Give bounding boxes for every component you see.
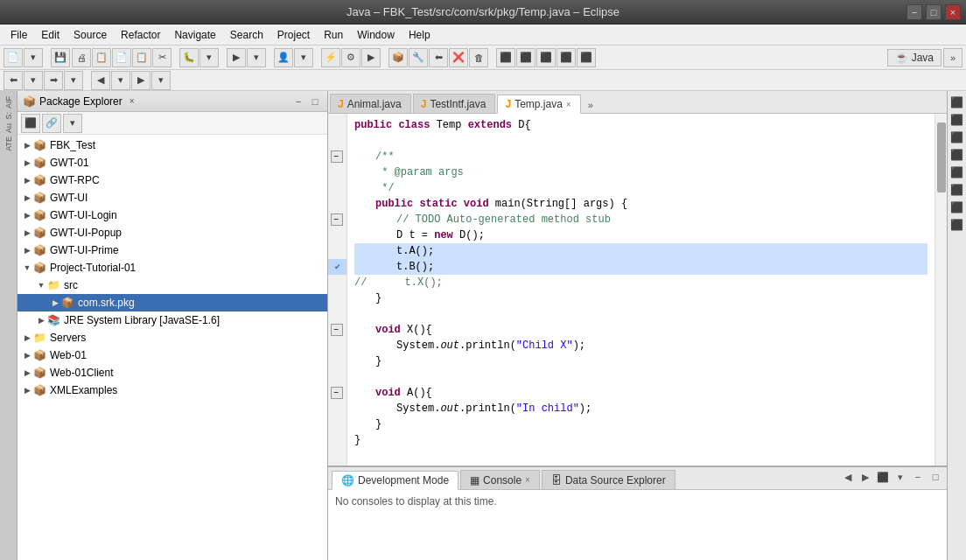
prev-annotation[interactable]: ⬅ bbox=[4, 71, 23, 90]
rs-btn-7[interactable]: ⬛ bbox=[949, 200, 965, 215]
copy-button[interactable]: 📄 bbox=[112, 48, 131, 67]
tree-item-gwtuiprime[interactable]: ▶ 📦 GWT-UI-Prime bbox=[18, 242, 327, 259]
tree-item-fbk[interactable]: ▶ 📦 FBK_Test bbox=[18, 136, 327, 154]
new-button[interactable]: 📄 bbox=[4, 48, 23, 67]
profile-button[interactable]: 👤 bbox=[274, 48, 293, 67]
tree-item-gwtui[interactable]: ▶ 📦 GWT-UI bbox=[18, 189, 327, 206]
tree-item-web01client[interactable]: ▶ 📦 Web-01Client bbox=[18, 364, 327, 382]
rs-btn-6[interactable]: ⬛ bbox=[949, 182, 965, 198]
menu-navigate[interactable]: Navigate bbox=[167, 27, 222, 43]
menu-window[interactable]: Window bbox=[350, 27, 402, 43]
rs-btn-1[interactable]: ⬛ bbox=[949, 94, 965, 110]
tb-btn-h[interactable]: 🗑 bbox=[469, 48, 488, 67]
tree-item-gwtuilogin[interactable]: ▶ 📦 GWT-UI-Login bbox=[18, 206, 327, 224]
scroll-thumb-v[interactable] bbox=[937, 122, 946, 192]
rs-btn-4[interactable]: ⬛ bbox=[949, 147, 965, 163]
rs-btn-3[interactable]: ⬛ bbox=[949, 130, 965, 145]
tree-item-gwt01[interactable]: ▶ 📦 GWT-01 bbox=[18, 154, 327, 172]
next-annotation[interactable]: ➡ bbox=[44, 71, 63, 90]
tb-btn-g[interactable]: ❌ bbox=[449, 48, 468, 67]
tree-item-web01[interactable]: ▶ 📦 Web-01 bbox=[18, 346, 327, 364]
menu-search[interactable]: Search bbox=[223, 27, 270, 43]
pe-collapse-all[interactable]: ⬛ bbox=[21, 114, 40, 133]
debug-button[interactable]: 🐛 bbox=[179, 48, 199, 67]
tb-btn-i[interactable]: ⬛ bbox=[496, 48, 515, 67]
tab-datasource[interactable]: 🗄 Data Source Explorer bbox=[542, 470, 676, 489]
tab-close-temp[interactable]: × bbox=[566, 100, 571, 109]
tab-testintf[interactable]: J TestIntf.java bbox=[413, 94, 496, 113]
tb-btn-j[interactable]: ⬛ bbox=[516, 48, 536, 67]
pe-close-x[interactable]: × bbox=[130, 96, 135, 106]
new-dropdown[interactable]: ▾ bbox=[24, 48, 43, 67]
tb-btn-a[interactable]: ⚡ bbox=[321, 48, 340, 67]
back-button[interactable]: ◀ bbox=[91, 71, 110, 90]
forward-button[interactable]: ▶ bbox=[131, 71, 150, 90]
close-button[interactable]: × bbox=[945, 4, 961, 20]
tb-btn-d[interactable]: 📦 bbox=[388, 48, 408, 67]
tb-btn-l[interactable]: ⬛ bbox=[556, 48, 576, 67]
profile-dropdown[interactable]: ▾ bbox=[294, 48, 313, 67]
tree-item-servers[interactable]: ▶ 📁 Servers bbox=[18, 329, 327, 346]
bt-minimize[interactable]: − bbox=[910, 469, 926, 485]
pe-link-editor[interactable]: 🔗 bbox=[42, 114, 61, 133]
tree-item-gwtuipopup[interactable]: ▶ 📦 GWT-UI-Popup bbox=[18, 224, 327, 242]
menu-file[interactable]: File bbox=[4, 27, 34, 43]
tree-item-xmlex[interactable]: ▶ 📦 XMLExamples bbox=[18, 382, 327, 399]
menu-refactor[interactable]: Refactor bbox=[114, 27, 167, 43]
save-button[interactable]: 💾 bbox=[51, 48, 70, 67]
rs-btn-2[interactable]: ⬛ bbox=[949, 112, 965, 128]
tree-item-gwtrpc[interactable]: ▶ 📦 GWT-RPC bbox=[18, 172, 327, 189]
perspective-overflow[interactable]: » bbox=[943, 48, 962, 67]
tb-btn-f[interactable]: ⬅ bbox=[429, 48, 448, 67]
menu-run[interactable]: Run bbox=[317, 27, 350, 43]
tb-btn-e[interactable]: 🔧 bbox=[409, 48, 428, 67]
prev-ann-dropdown[interactable]: ▾ bbox=[24, 71, 43, 90]
bt-stop[interactable]: ⬛ bbox=[875, 469, 891, 485]
menu-help[interactable]: Help bbox=[402, 27, 438, 43]
tab-devmode[interactable]: 🌐 Development Mode bbox=[332, 471, 458, 490]
print2-button[interactable]: 📋 bbox=[92, 48, 111, 67]
paste-button[interactable]: 📋 bbox=[132, 48, 151, 67]
next-ann-dropdown[interactable]: ▾ bbox=[64, 71, 83, 90]
forward-dropdown[interactable]: ▾ bbox=[151, 71, 171, 90]
tree-item-pkg[interactable]: ▶ 📦 com.srk.pkg bbox=[18, 294, 327, 312]
print-button[interactable]: 🖨 bbox=[72, 48, 91, 67]
tab-temp[interactable]: J Temp.java × bbox=[497, 94, 580, 114]
tb-btn-m[interactable]: ⬛ bbox=[577, 48, 596, 67]
tab-label-devmode: Development Mode bbox=[358, 474, 449, 486]
minimize-button[interactable]: − bbox=[906, 4, 922, 20]
tab-console[interactable]: ▦ Console × bbox=[460, 470, 540, 489]
tree-item-projtut[interactable]: ▼ 📦 Project-Tutorial-01 bbox=[18, 259, 327, 276]
maximize-button[interactable]: □ bbox=[926, 4, 942, 20]
tree-item-src[interactable]: ▼ 📁 src bbox=[18, 276, 327, 294]
debug-dropdown[interactable]: ▾ bbox=[200, 48, 219, 67]
fold-a[interactable]: − bbox=[331, 387, 343, 399]
bt-dropdown[interactable]: ▾ bbox=[892, 469, 908, 485]
run-dropdown[interactable]: ▾ bbox=[247, 48, 266, 67]
fold-class[interactable]: − bbox=[331, 150, 343, 163]
menu-project[interactable]: Project bbox=[270, 27, 317, 43]
bt-nav-prev[interactable]: ◀ bbox=[840, 469, 856, 485]
menu-edit[interactable]: Edit bbox=[34, 27, 66, 43]
rs-btn-5[interactable]: ⬛ bbox=[949, 164, 965, 180]
tb-btn-k[interactable]: ⬛ bbox=[536, 48, 556, 67]
back-dropdown[interactable]: ▾ bbox=[111, 71, 130, 90]
java-perspective-button[interactable]: ☕ Java bbox=[887, 49, 942, 66]
run-button[interactable]: ▶ bbox=[227, 48, 246, 67]
pe-view-menu[interactable]: ▾ bbox=[63, 114, 82, 133]
fold-x[interactable]: − bbox=[331, 324, 343, 336]
tb-btn-b[interactable]: ⚙ bbox=[341, 48, 360, 67]
tab-animal[interactable]: J Animal.java bbox=[330, 94, 411, 113]
tb-btn-c[interactable]: ▶ bbox=[361, 48, 381, 67]
pe-minimize-btn[interactable]: − bbox=[291, 94, 305, 108]
cut-button[interactable]: ✂ bbox=[152, 48, 172, 67]
tree-item-jre[interactable]: ▶ 📚 JRE System Library [JavaSE-1.6] bbox=[18, 312, 327, 329]
menu-source[interactable]: Source bbox=[66, 27, 114, 43]
rs-btn-8[interactable]: ⬛ bbox=[949, 217, 965, 233]
tab-overflow-btn[interactable]: » bbox=[583, 97, 598, 113]
bt-maximize[interactable]: □ bbox=[928, 469, 943, 485]
fold-main[interactable]: − bbox=[331, 214, 343, 226]
bt-nav-next[interactable]: ▶ bbox=[858, 469, 873, 485]
pe-maximize-btn[interactable]: □ bbox=[308, 94, 322, 108]
tab-close-console[interactable]: × bbox=[525, 475, 530, 485]
